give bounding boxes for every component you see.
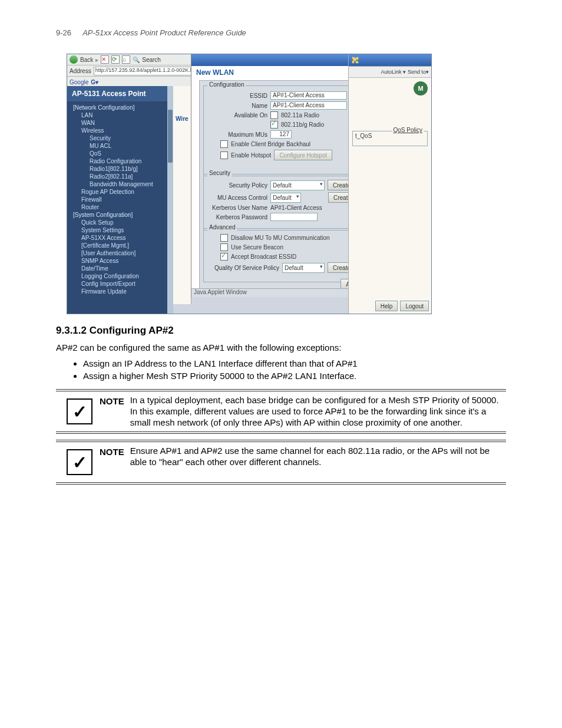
kerberos-password-input[interactable] [270,213,318,221]
nav-item[interactable]: Firmware Update [71,288,173,295]
available-on-label: Available On [209,112,267,118]
nav-item[interactable]: MU ACL [71,142,173,150]
accept-broadcast-label: Accept Broadcast ESSID [231,253,296,260]
stop-icon[interactable]: ✕ [101,55,109,64]
nav-item[interactable]: Quick Setup [71,219,173,226]
note-block-1: NOTE In a typical deployment, each base … [56,389,506,434]
wire-label: Wire [173,116,191,122]
address-label: Address [70,68,91,74]
nav-tree: AP-5131 Access Point [Network Configurat… [67,86,173,314]
sendto-label[interactable]: Send to▾ [408,69,429,75]
search-label[interactable]: Search [142,57,161,63]
nav-item[interactable]: [User Authentication] [71,249,173,257]
checkmark-icon [67,449,92,475]
nav-item[interactable]: [Network Configuration] [71,104,173,111]
nav-item[interactable]: WAN [71,119,173,127]
nav-item[interactable]: Rogue AP Detection [71,188,173,196]
secure-beacon-label: Use Secure Beacon [231,244,283,251]
radio-a-checkbox[interactable] [270,111,278,119]
radio-a-label: 802.11a Radio [281,112,319,118]
mu-access-control-select[interactable]: Default [270,193,301,203]
security-policy-select[interactable]: Default [270,180,325,190]
nav-item[interactable]: System Settings [71,226,173,234]
nav-item[interactable]: Router [71,203,173,211]
intro-paragraph: AP#2 can be configured the same as AP#1 … [56,341,506,354]
name-label: Name [209,103,267,109]
qos-policy-label: Quality Of Service Policy [209,265,279,271]
qos-policy-select[interactable]: Default [282,263,325,273]
kerberos-password-label: Kerberos Password [209,214,267,220]
max-mu-label: Maximum MUs [209,131,267,138]
autolink-label[interactable]: AutoLink ▾ [381,69,406,75]
nav-item[interactable]: SNMP Access [71,257,173,265]
enable-hotspot-checkbox[interactable] [220,151,228,159]
qos-policy-panel: QoS Policy t_QoS [352,131,428,146]
nav-item[interactable]: Radio2[802.11a] [71,173,173,180]
checkmark-icon [67,398,92,424]
nav-item[interactable]: Radio1[802.11b/g] [71,165,173,173]
enable-backhaul-checkbox[interactable] [220,140,228,148]
motorola-logo-icon: M [414,81,428,95]
security-legend: Security [207,170,232,176]
page-number: 9-26 [56,28,81,37]
bullet-1: Assign an IP Address to the LAN1 Interfa… [83,358,506,368]
disallow-mu-checkbox[interactable] [220,234,228,242]
search-icon[interactable]: 🔍 [133,57,140,63]
nav-item[interactable]: [System Configuration] [71,211,173,219]
mu-access-control-label: MU Access Control [209,195,267,201]
nav-title: AP-5131 Access Point [67,86,173,101]
max-mu-input[interactable]: 127 [270,130,292,139]
logout-button[interactable]: Logout [400,301,429,311]
configure-hotspot-button: Configure Hotspot [274,150,332,160]
disallow-mu-label: Disallow MU To MU Commmunication [231,235,330,241]
back-label[interactable]: Back [80,57,93,63]
accept-broadcast-checkbox[interactable] [220,253,228,261]
configuration-legend: Configuration [207,81,246,88]
puzzle-icon [351,56,359,64]
nav-item[interactable]: [Certificate Mgmt.] [71,242,173,249]
bullet-2: Assign a higher Mesh STP Priority 50000 … [83,371,506,381]
google-label[interactable]: Google [70,79,88,85]
nav-item[interactable]: Security [71,134,173,142]
essid-label: ESSID [209,93,267,99]
nav-item[interactable]: Radio Configuration [71,157,173,165]
refresh-icon[interactable]: ⟳ [111,55,120,64]
qos-item[interactable]: t_QoS [353,131,374,140]
kerberos-user-value: AP#1-Client Access [270,205,322,211]
section-heading: 9.3.1.2 Configuring AP#2 [56,325,506,337]
note-2-text: Ensure AP#1 and AP#2 use the same channe… [130,446,506,479]
nav-item[interactable]: QoS [71,150,173,157]
nav-item[interactable]: Date/Time [71,265,173,272]
radio-bg-label: 802.11b/g Radio [281,121,324,128]
nav-item[interactable]: AP-51XX Access [71,234,173,242]
essid-input[interactable]: AP#1-Client Access [270,91,347,100]
doc-title: AP-51xx Access Point Product Reference G… [82,28,246,37]
note-label: NOTE [100,395,130,428]
forward-icon[interactable]: ▸ [95,57,98,63]
name-input[interactable]: AP#1-Client Access [270,101,347,110]
nav-item[interactable]: Logging Configuration [71,272,173,280]
nav-item[interactable]: LAN [71,111,173,119]
nav-item[interactable]: Bandwidth Management [71,180,173,188]
enable-backhaul-label: Enable Client Bridge Backhaul [231,141,310,147]
home-icon[interactable]: ⌂ [122,55,130,64]
note-label: NOTE [100,446,130,479]
screenshot: Back ▸ ✕ ⟳ ⌂ 🔍 Search Address http://157… [67,54,432,314]
nav-item[interactable]: Wireless [71,127,173,134]
qos-policy-legend: QoS Policy [392,127,424,133]
advanced-legend: Advanced [207,224,237,230]
note-block-2: NOTE Ensure AP#1 and AP#2 use the same c… [56,440,506,485]
security-policy-label: Security Policy [209,182,267,189]
mid-strip: Wire [173,86,191,304]
radio-bg-checkbox[interactable] [270,121,278,129]
help-button-main[interactable]: Help [375,301,398,311]
scrollbar[interactable] [167,86,173,314]
note-1-text: In a typical deployment, each base bridg… [130,395,506,428]
nav-item[interactable]: Firewall [71,196,173,203]
kerberos-user-label: Kerberos User Name [209,205,267,211]
nav-item[interactable]: Config Import/Export [71,280,173,288]
secure-beacon-checkbox[interactable] [220,243,228,251]
right-panel: AutoLink ▾ Send to▾ M QoS Policy t_QoS H… [348,54,431,314]
enable-hotspot-label: Enable Hotspot [231,152,271,159]
back-icon[interactable] [70,55,78,64]
